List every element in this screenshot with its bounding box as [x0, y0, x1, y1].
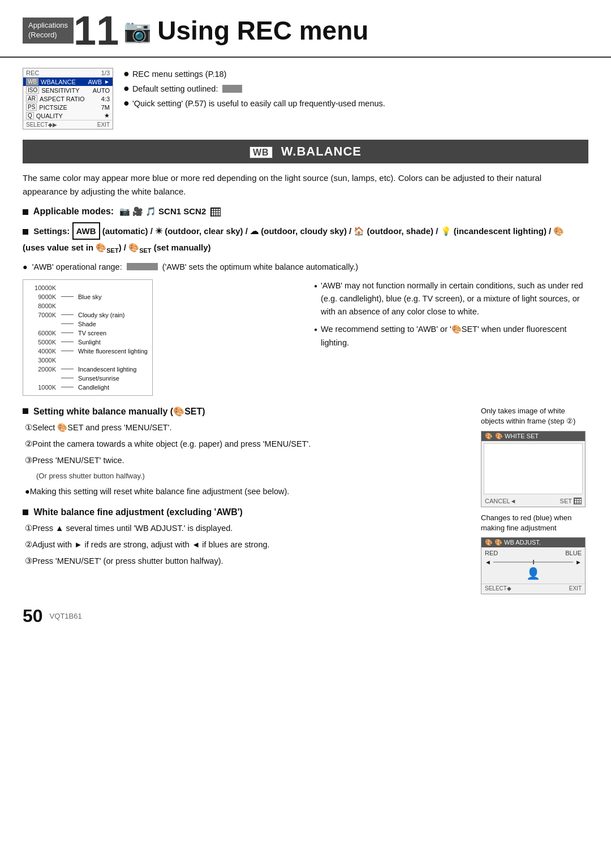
model-number: VQT1B61 — [50, 612, 82, 620]
wb-adjust-body: RED BLUE ◄ ► 👤 — [481, 547, 585, 584]
applicable-modes-section: Applicable modes: 📷 🎥 🎵 SCN1 SCN2 — [23, 206, 588, 217]
panel-row-sensitivity[interactable]: ISO SENSITIVITY AUTO — [23, 86, 113, 94]
temp-row-shade: Shade — [28, 319, 148, 329]
step-3: ③Press 'MENU/SET' twice. — [25, 453, 470, 468]
page-header: Applications (Record) 11 📷 Using REC men… — [0, 0, 611, 58]
temperature-chart-col: 10000K 9000K Blue sky 8000K 7000K Cloudy… — [23, 279, 297, 396]
temp-row-6000k: 6000K TV screen — [28, 329, 148, 338]
temp-row-5000k: 5000K Sunlight — [28, 338, 148, 347]
wb-adjust-labels: RED BLUE — [485, 550, 582, 556]
page-footer: 50 VQT1B61 — [0, 594, 611, 632]
main-description: The same color may appear more blue or m… — [23, 171, 588, 198]
camera-icon: 📷 — [123, 18, 152, 44]
awb-note-1: 'AWB' may not function normally in certa… — [314, 279, 588, 319]
awb-note-2: We recommend setting to 'AWB' or '🎨SET' … — [314, 323, 588, 349]
temp-row-10000k: 10000K — [28, 283, 148, 292]
step-1: ①Select 🎨SET and press 'MENU/SET'. — [25, 420, 470, 435]
white-set-panel: 🎨 🎨 WHITE SET CANCEL◄ SET — [481, 431, 586, 507]
fine-adj-section: White balance fine adjustment (excluding… — [23, 507, 470, 568]
temp-row-1000k: 1000K Candlelight — [28, 383, 148, 392]
awb-notes-list: 'AWB' may not function normally in certa… — [314, 279, 588, 349]
temperature-chart: 10000K 9000K Blue sky 8000K 7000K Cloudy… — [23, 279, 153, 396]
awb-range: ● 'AWB' operational range: ('AWB' sets t… — [23, 262, 588, 271]
section-number: 11 — [74, 10, 119, 51]
set-btn: SET — [560, 498, 582, 504]
intro-bullets: ● REC menu settings (P.18) ● Default set… — [123, 68, 588, 112]
rec-intro-area: REC 1/3 WB WBALANCE AWB ► ISO SENSITIVIT… — [23, 68, 588, 129]
manual-wb-title: Setting white balance manually (🎨SET) — [23, 406, 470, 417]
cancel-label: CANCEL◄ — [485, 498, 517, 504]
wb-section-header: WB W.BALANCE — [23, 140, 588, 163]
applicable-modes-title: Applicable modes: 📷 🎥 🎵 SCN1 SCN2 — [23, 206, 588, 217]
fine-step-3: ③Press 'MENU/SET' (or press shutter butt… — [25, 554, 470, 568]
intro-bullet-2: ● Default setting outlined: — [123, 83, 588, 94]
fine-adj-title: White balance fine adjustment (excluding… — [23, 507, 470, 517]
white-set-header: 🎨 🎨 WHITE SET — [481, 431, 585, 441]
panel-footer: SELECT◆▶ EXIT — [23, 120, 113, 129]
awb-notes-col: 'AWB' may not function normally in certa… — [314, 279, 588, 396]
manual-wb-section: Setting white balance manually (🎨SET) ①S… — [23, 406, 588, 594]
white-set-preview — [484, 443, 583, 494]
fine-adj-steps: ①Press ▲ several times until 'WB ADJUST.… — [23, 521, 470, 568]
wb-adjust-footer: SELECT◆ EXIT — [481, 584, 585, 594]
temp-row-3000k: 3000K — [28, 356, 148, 365]
panel-row-wbalance[interactable]: WB WBALANCE AWB ► — [23, 77, 113, 86]
section-label: Applications (Record) — [23, 18, 74, 44]
wb-icon: WB — [249, 146, 273, 158]
step-3-sub: (Or press shutter button halfway.) — [25, 469, 470, 482]
temp-row-2000k-incandescent: 2000K Incandescent lighting — [28, 365, 148, 374]
intro-bullet-1: ● REC menu settings (P.18) — [123, 68, 588, 80]
manual-steps: ①Select 🎨SET and press 'MENU/SET'. ②Poin… — [23, 420, 470, 499]
temp-row-sunset: Sunset/sunrise — [28, 374, 148, 383]
settings-section: Settings: AWB (automatic) / ☀ (outdoor, … — [23, 222, 588, 257]
temp-row-7000k-cloudy: 7000K Cloudy sky (rain) — [28, 310, 148, 319]
rec-menu-panel: REC 1/3 WB WBALANCE AWB ► ISO SENSITIVIT… — [23, 68, 113, 129]
white-set-footer: CANCEL◄ SET — [481, 496, 585, 507]
page-title: 📷 Using REC menu — [123, 15, 368, 46]
page-number: 50 — [23, 606, 43, 627]
panel-row-quality[interactable]: Q QUALITY ★ — [23, 111, 113, 120]
temp-row-8000k: 8000K — [28, 301, 148, 310]
wb-adjust-panel: 🎨 🎨 WB ADJUST. RED BLUE ◄ — [481, 537, 586, 594]
wb-thumb-icon: 👤 — [485, 567, 582, 580]
panel-row-pictsize[interactable]: PS PICTSIZE 7M — [23, 103, 113, 111]
step-note: ●Making this setting will reset white ba… — [25, 484, 470, 499]
manual-wb-text: Setting white balance manually (🎨SET) ①S… — [23, 406, 470, 570]
temp-row-4000k: 4000K White fluorescent lighting — [28, 347, 148, 356]
camera-display: Only takes image of white objects within… — [481, 406, 588, 594]
temp-row-9000k: 9000K Blue sky — [28, 292, 148, 301]
wb-adjust-header: 🎨 🎨 WB ADJUST. — [481, 538, 585, 547]
fine-step-2: ②Adjust with ► if reds are strong, adjus… — [25, 537, 470, 552]
two-col-section: 10000K 9000K Blue sky 8000K 7000K Cloudy… — [23, 279, 588, 396]
main-content: REC 1/3 WB WBALANCE AWB ► ISO SENSITIVIT… — [0, 68, 611, 594]
intro-bullet-3: ● 'Quick setting' (P.57) is useful to ea… — [123, 97, 588, 109]
wb-bar-area: ◄ ► — [485, 559, 582, 565]
fine-step-1: ①Press ▲ several times until 'WB ADJUST.… — [25, 521, 470, 536]
panel-header: REC 1/3 — [23, 68, 113, 77]
panel-row-aspect[interactable]: AR ASPECT RATIO 4:3 — [23, 94, 113, 103]
camera-only-note: Only takes image of white objects within… — [481, 406, 588, 426]
step-2: ②Point the camera towards a white object… — [25, 437, 470, 451]
changes-note: Changes to red (blue) when making fine a… — [481, 513, 588, 533]
